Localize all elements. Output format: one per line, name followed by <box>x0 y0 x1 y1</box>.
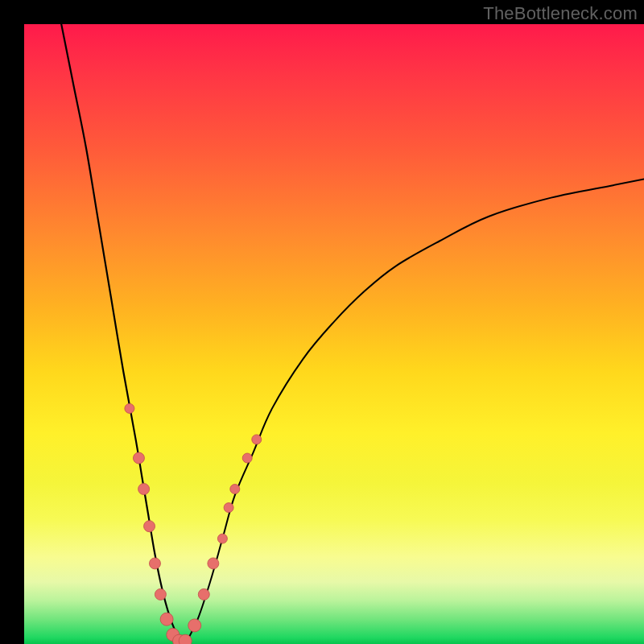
data-marker <box>125 403 134 413</box>
plot-area <box>24 24 644 644</box>
data-marker <box>144 521 155 532</box>
data-marker <box>242 453 252 463</box>
data-marker <box>208 558 219 569</box>
chart-frame: TheBottleneck.com <box>0 0 644 644</box>
data-marker <box>252 435 262 444</box>
left-curve <box>61 24 185 644</box>
data-marker <box>149 558 160 569</box>
data-marker <box>160 613 173 625</box>
marker-group <box>125 403 262 644</box>
watermark-text: TheBottleneck.com <box>483 3 638 24</box>
data-marker <box>198 588 209 600</box>
data-marker <box>224 503 233 513</box>
curves-svg <box>24 24 644 644</box>
data-marker <box>179 634 192 644</box>
data-marker <box>217 534 227 543</box>
data-marker <box>155 588 166 600</box>
data-marker <box>133 452 144 464</box>
data-marker <box>230 485 240 494</box>
right-curve <box>185 180 644 645</box>
data-marker <box>188 619 201 632</box>
data-marker <box>138 484 150 495</box>
